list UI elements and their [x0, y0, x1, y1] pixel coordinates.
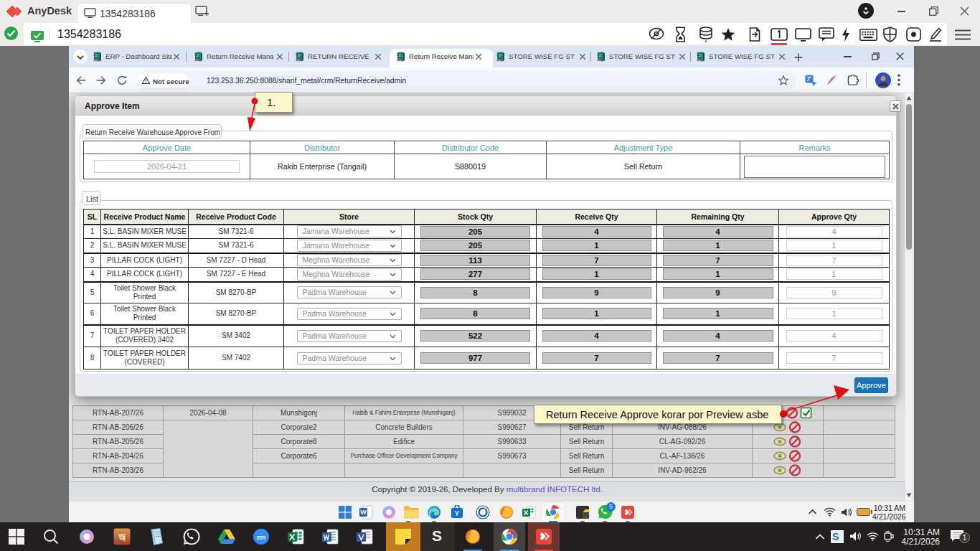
svg-text:অ: অ: [118, 531, 126, 543]
svg-text:W: W: [360, 509, 367, 516]
svg-text:zm: zm: [257, 534, 266, 541]
